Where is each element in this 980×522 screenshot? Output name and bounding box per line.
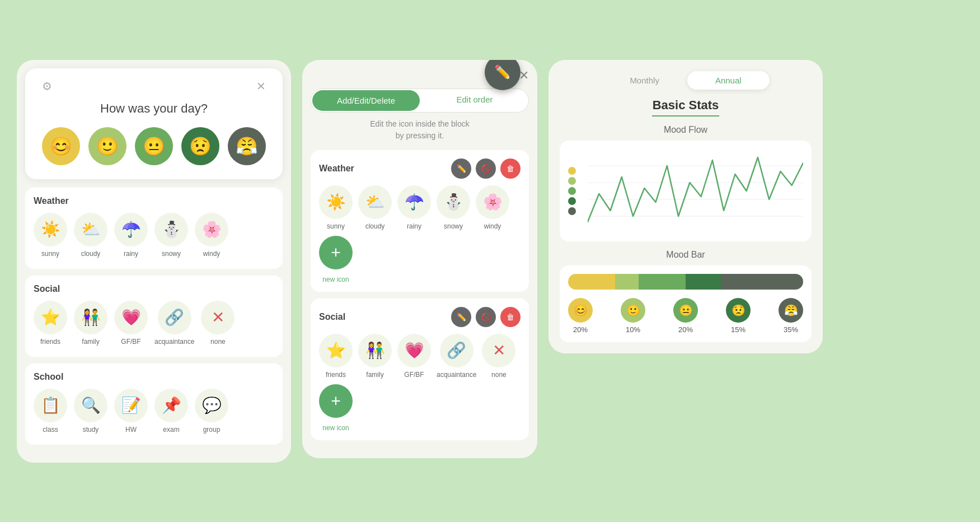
mood-face-1[interactable]: 😊 (42, 127, 80, 165)
category-social: Social ⭐ friends 👫 family 💗 GF/BF (25, 276, 283, 357)
mood-face-4[interactable]: 😟 (181, 127, 219, 165)
legend-dot-4 (568, 197, 576, 205)
bar-pct-2: 10% (626, 325, 640, 334)
bar-label-1: 😊 20% (568, 298, 593, 334)
category-social-title: Social (34, 284, 274, 294)
social-edit-btn[interactable]: ✏️ (451, 307, 471, 327)
edit-social-gfbf[interactable]: 💗 GF/BF (397, 334, 431, 379)
edit-weather-windy[interactable]: 🌸 windy (476, 185, 509, 230)
legend-dot-5 (568, 207, 576, 215)
bar-seg-5 (721, 274, 803, 290)
school-hw[interactable]: 📝 HW (114, 389, 148, 434)
close-popup-icon[interactable]: ✕ (256, 80, 266, 93)
settings-icon[interactable]: ⚙ (42, 80, 52, 93)
edit-social-acquaintance[interactable]: 🔗 acquaintance (437, 334, 476, 379)
bar-face-1: 😊 (568, 298, 593, 323)
edit-social-family[interactable]: 👫 family (358, 334, 392, 379)
stats-title-underline (652, 115, 719, 116)
bar-label-5: 😤 35% (779, 298, 803, 334)
edit-weather-rainy[interactable]: ☂️ rainy (397, 185, 431, 230)
snowy-label: snowy (162, 250, 181, 258)
add-social-icon-btn[interactable]: + (319, 384, 353, 418)
edit-windy-label: windy (484, 222, 501, 230)
bar-pct-3: 20% (678, 325, 693, 334)
edit-rainy-icon: ☂️ (397, 185, 431, 219)
school-group[interactable]: 💬 group (195, 389, 228, 434)
weather-delete-btn[interactable]: 🗑 (500, 159, 521, 179)
hw-icon: 📝 (114, 389, 148, 422)
bar-face-3: 😐 (673, 298, 698, 323)
cloudy-label: cloudy (81, 250, 101, 258)
none-label: none (210, 338, 226, 346)
mood-face-5[interactable]: 😤 (228, 127, 266, 165)
mood-face-3[interactable]: 😐 (135, 127, 173, 165)
weather-edit-btn[interactable]: ✏️ (451, 159, 471, 179)
edit-weather-title: Weather (319, 164, 354, 174)
edit-fab-button[interactable]: ✏️ (485, 60, 521, 90)
weather-rainy[interactable]: ☂️ rainy (114, 213, 148, 258)
cloudy-icon: ⛅ (74, 213, 107, 246)
weather-hide-btn[interactable]: 🚫 (476, 159, 496, 179)
none-icon: ✕ (201, 301, 235, 334)
mood-face-2[interactable]: 🙂 (88, 127, 126, 165)
new-icon-label-social: new icon (322, 424, 349, 432)
edit-weather-cloudy[interactable]: ⛅ cloudy (358, 185, 392, 230)
social-family[interactable]: 👫 family (74, 301, 107, 346)
social-friends[interactable]: ⭐ friends (34, 301, 67, 346)
social-acquaintance[interactable]: 🔗 acquaintance (154, 301, 194, 346)
sunny-label: sunny (41, 250, 59, 258)
group-icon: 💬 (195, 389, 228, 422)
edit-friends-icon: ⭐ (319, 334, 353, 367)
social-delete-btn[interactable]: 🗑 (500, 307, 521, 327)
add-new-icon-social[interactable]: + new icon (319, 384, 353, 432)
stats-tab-bar: Monthly Annual (560, 71, 812, 90)
study-label: study (83, 426, 99, 434)
middle-panel: ✏️ ✕ Add/Edit/Delete Edit order Edit the… (302, 60, 537, 458)
edit-weather-snowy[interactable]: ⛄ snowy (437, 185, 470, 230)
school-study[interactable]: 🔍 study (74, 389, 107, 434)
edit-section-weather: Weather ✏️ 🚫 🗑 ☀️ sunny ⛅ cloudy ☂️ (311, 150, 529, 292)
edit-friends-label: friends (326, 371, 346, 379)
weather-icons-row: ☀️ sunny ⛅ cloudy ☂️ rainy ⛄ snowy (34, 213, 274, 258)
bar-seg-1 (568, 274, 615, 290)
social-gfbf[interactable]: 💗 GF/BF (114, 301, 148, 346)
edit-social-icons: ⭐ friends 👫 family 💗 GF/BF 🔗 acquaintanc… (319, 334, 521, 432)
windy-icon: 🌸 (195, 213, 228, 246)
tab-annual[interactable]: Annual (687, 71, 770, 90)
weather-cloudy[interactable]: ⛅ cloudy (74, 213, 107, 258)
mood-faces-row: 😊 🙂 😐 😟 😤 (42, 127, 266, 165)
edit-none-icon: ✕ (482, 334, 515, 367)
tab-edit-order[interactable]: Edit order (421, 89, 528, 112)
edit-acquaintance-icon: 🔗 (440, 334, 473, 367)
basic-stats-title: Basic Stats (560, 98, 812, 113)
rainy-icon: ☂️ (114, 213, 148, 246)
tab-monthly[interactable]: Monthly (602, 71, 687, 90)
school-class[interactable]: 📋 class (34, 389, 67, 434)
tab-add-edit-delete[interactable]: Add/Edit/Delete (312, 90, 420, 111)
category-school-title: School (34, 372, 274, 382)
edit-cloudy-label: cloudy (365, 222, 385, 230)
edit-snowy-label: snowy (444, 222, 463, 230)
edit-weather-sunny[interactable]: ☀️ sunny (319, 185, 353, 230)
left-panel: ⚙ ✕ How was your day? 😊 🙂 😐 😟 😤 Weather … (17, 60, 291, 463)
edit-weather-header: Weather ✏️ 🚫 🗑 (319, 159, 521, 179)
social-action-icons: ✏️ 🚫 🗑 (451, 307, 521, 327)
edit-acquaintance-label: acquaintance (437, 371, 476, 379)
add-new-icon-weather[interactable]: + new icon (319, 236, 353, 283)
weather-sunny[interactable]: ☀️ sunny (34, 213, 67, 258)
class-icon: 📋 (34, 389, 67, 422)
edit-social-none[interactable]: ✕ none (482, 334, 515, 379)
weather-snowy[interactable]: ⛄ snowy (154, 213, 188, 258)
mood-flow-title: Mood Flow (560, 125, 812, 135)
social-none[interactable]: ✕ none (201, 301, 235, 346)
school-exam[interactable]: 📌 exam (154, 389, 188, 434)
mood-popup: ⚙ ✕ How was your day? 😊 🙂 😐 😟 😤 (25, 68, 283, 179)
edit-social-friends[interactable]: ⭐ friends (319, 334, 353, 379)
edit-rainy-label: rainy (407, 222, 421, 230)
edit-section-social: Social ✏️ 🚫 🗑 ⭐ friends 👫 family 💗 (311, 299, 529, 440)
bar-pct-5: 35% (784, 325, 798, 334)
social-hide-btn[interactable]: 🚫 (476, 307, 496, 327)
edit-family-icon: 👫 (358, 334, 392, 367)
add-weather-icon-btn[interactable]: + (319, 236, 353, 269)
weather-windy[interactable]: 🌸 windy (195, 213, 228, 258)
